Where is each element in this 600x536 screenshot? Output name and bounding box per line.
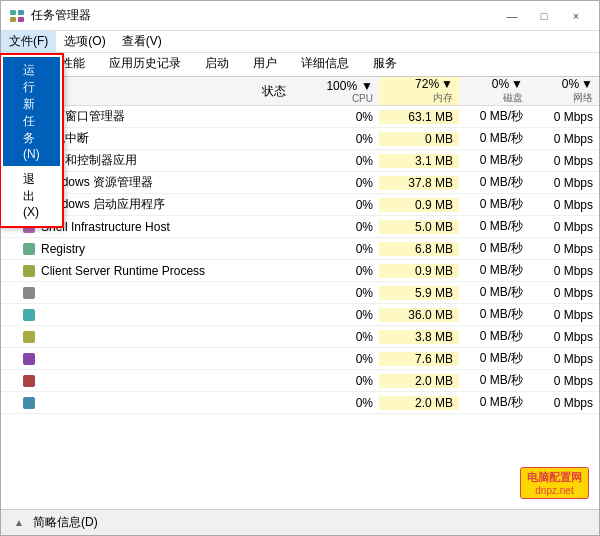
process-disk: 0 MB/秒 [459,152,529,169]
process-cpu: 0% [309,308,379,322]
process-disk: 0 MB/秒 [459,394,529,411]
col-disk-header[interactable]: 0% ▼ 磁盘 [459,77,529,105]
process-mem: 0.9 MB [379,264,459,278]
process-net: 0 Mbps [529,176,599,190]
file-menu-wrapper: 文件(F) 运行新任务(N) 退出(X) [1,31,56,53]
table-row[interactable]: Client Server Runtime Process0%0.9 MB0 M… [1,260,599,282]
process-table[interactable]: 桌面窗口管理器0%63.1 MB0 MB/秒0 Mbps系统中断0%0 MB0 … [1,106,599,509]
table-row[interactable]: 0%5.9 MB0 MB/秒0 Mbps [1,282,599,304]
process-cpu: 0% [309,396,379,410]
options-menu[interactable]: 选项(O) [56,31,113,53]
process-icon [23,287,35,299]
table-row[interactable]: 0%2.0 MB0 MB/秒0 Mbps [1,370,599,392]
process-mem: 3.8 MB [379,330,459,344]
process-name [1,352,239,366]
process-net: 0 Mbps [529,242,599,256]
table-row[interactable]: Windows 启动应用程序0%0.9 MB0 MB/秒0 Mbps [1,194,599,216]
table-row[interactable]: Shell Infrastructure Host0%5.0 MB0 MB/秒0… [1,216,599,238]
run-new-task-item[interactable]: 运行新任务(N) [3,57,60,166]
col-cpu-header[interactable]: 100% ▼ CPU [309,79,379,104]
process-mem: 37.8 MB [379,176,459,190]
table-row[interactable]: Registry0%6.8 MB0 MB/秒0 Mbps [1,238,599,260]
view-menu[interactable]: 查看(V) [114,31,170,53]
table-row[interactable]: 0%7.6 MB0 MB/秒0 Mbps [1,348,599,370]
close-button[interactable]: × [561,6,591,26]
svg-rect-1 [18,10,24,15]
process-cpu: 0% [309,176,379,190]
status-label[interactable]: 简略信息(D) [33,514,98,531]
col-mem-header[interactable]: 72% ▼ 内存 [379,77,459,105]
tabs-bar: 进程 性能 应用历史记录 启动 用户 详细信息 服务 [1,53,599,77]
column-header: 名称 状态 100% ▼ CPU 72% ▼ 内存 0% ▼ 磁盘 0% [1,77,599,106]
title-bar: 任务管理器 — □ × [1,1,599,31]
table-row[interactable]: 0%36.0 MB0 MB/秒0 Mbps [1,304,599,326]
process-disk: 0 MB/秒 [459,372,529,389]
tab-details[interactable]: 详细信息 [289,51,361,78]
window-title: 任务管理器 [31,7,91,24]
process-net: 0 Mbps [529,352,599,366]
process-disk: 0 MB/秒 [459,306,529,323]
process-mem: 6.8 MB [379,242,459,256]
process-net: 0 Mbps [529,110,599,124]
tab-startup[interactable]: 启动 [193,51,241,78]
status-bar: ▲ 简略信息(D) [1,509,599,535]
process-icon [23,375,35,387]
process-name: Registry [1,242,239,256]
process-cpu: 0% [309,132,379,146]
process-cpu: 0% [309,264,379,278]
process-net: 0 Mbps [529,264,599,278]
process-cpu: 0% [309,374,379,388]
tab-app-history[interactable]: 应用历史记录 [97,51,193,78]
process-mem: 63.1 MB [379,110,459,124]
process-cpu: 0% [309,286,379,300]
process-mem: 36.0 MB [379,308,459,322]
file-menu[interactable]: 文件(F) [1,31,56,53]
process-disk: 0 MB/秒 [459,240,529,257]
svg-rect-2 [10,17,16,22]
watermark-line1: 电脑配置网 [527,470,582,485]
table-row[interactable]: 桌面窗口管理器0%63.1 MB0 MB/秒0 Mbps [1,106,599,128]
process-cpu: 0% [309,352,379,366]
table-row[interactable]: 系统中断0%0 MB0 MB/秒0 Mbps [1,128,599,150]
window-controls[interactable]: — □ × [497,6,591,26]
process-icon [23,397,35,409]
process-icon [23,309,35,321]
process-net: 0 Mbps [529,198,599,212]
tab-users[interactable]: 用户 [241,51,289,78]
process-disk: 0 MB/秒 [459,218,529,235]
exit-item[interactable]: 退出(X) [3,166,60,224]
col-status-header[interactable]: 状态 [239,83,309,100]
process-disk: 0 MB/秒 [459,108,529,125]
process-mem: 7.6 MB [379,352,459,366]
watermark: 电脑配置网 dnpz.net [520,467,589,499]
col-net-header[interactable]: 0% ▼ 网络 [529,77,599,105]
watermark-line2: dnpz.net [527,485,582,496]
svg-rect-3 [18,17,24,22]
table-row[interactable]: 0%2.0 MB0 MB/秒0 Mbps [1,392,599,414]
process-name: Client Server Runtime Process [1,264,239,278]
table-row[interactable]: Windows 资源管理器0%37.8 MB0 MB/秒0 Mbps [1,172,599,194]
table-row[interactable]: 0%3.8 MB0 MB/秒0 Mbps [1,326,599,348]
minimize-button[interactable]: — [497,6,527,26]
maximize-button[interactable]: □ [529,6,559,26]
tab-services[interactable]: 服务 [361,51,409,78]
process-net: 0 Mbps [529,396,599,410]
process-disk: 0 MB/秒 [459,284,529,301]
table-row[interactable]: 服务和控制器应用0%3.1 MB0 MB/秒0 Mbps [1,150,599,172]
process-net: 0 Mbps [529,154,599,168]
process-cpu: 0% [309,198,379,212]
process-name [1,330,239,344]
process-net: 0 Mbps [529,330,599,344]
process-disk: 0 MB/秒 [459,328,529,345]
process-mem: 5.0 MB [379,220,459,234]
process-cpu: 0% [309,330,379,344]
process-icon [23,331,35,343]
process-icon [23,265,35,277]
process-disk: 0 MB/秒 [459,350,529,367]
process-net: 0 Mbps [529,286,599,300]
process-name [1,374,239,388]
process-mem: 3.1 MB [379,154,459,168]
process-net: 0 Mbps [529,374,599,388]
menu-bar: 文件(F) 运行新任务(N) 退出(X) 选项(O) 查看(V) [1,31,599,53]
process-mem: 0.9 MB [379,198,459,212]
